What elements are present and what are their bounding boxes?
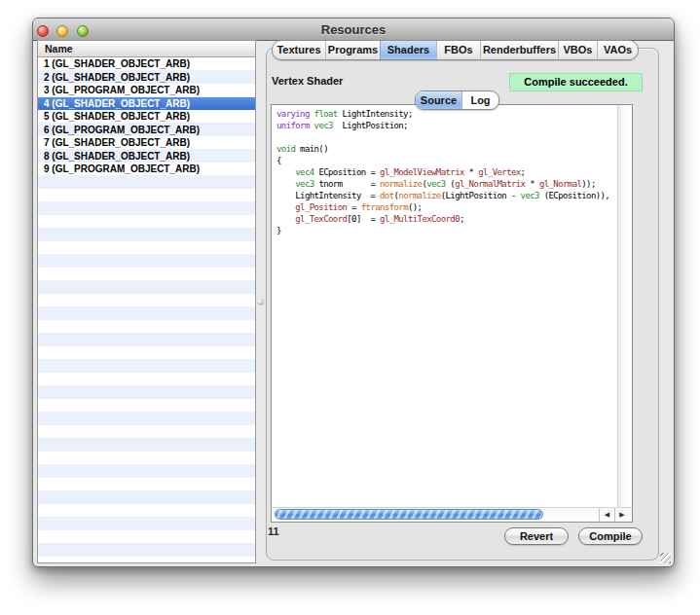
horizontal-scrollbar[interactable]: ◀ ▶: [272, 507, 632, 522]
subtab-source[interactable]: Source: [416, 91, 461, 109]
source-editor[interactable]: varying float LightIntensity;uniform vec…: [271, 104, 633, 523]
shader-type-label: Vertex Shader: [272, 75, 343, 87]
revert-button[interactable]: Revert: [504, 527, 569, 545]
list-item[interactable]: 6 (GL_PROGRAM_OBJECT_ARB): [38, 124, 255, 137]
scrollbar-arrow-buttons: ◀ ▶: [599, 508, 630, 522]
tab-vaos[interactable]: VAOs: [597, 41, 638, 59]
tab-textures[interactable]: Textures: [273, 41, 325, 59]
tab-fbos[interactable]: FBOs: [436, 41, 480, 59]
list-item[interactable]: 9 (GL_PROGRAM_OBJECT_ARB): [38, 163, 255, 176]
splitter-handle[interactable]: [257, 299, 264, 306]
desktop: Resources Name 1 (GL_SHADER_OBJECT_ARB) …: [0, 0, 700, 615]
scroll-left-button[interactable]: ◀: [600, 508, 614, 522]
title-bar[interactable]: Resources: [33, 18, 674, 41]
subtab-log[interactable]: Log: [461, 91, 498, 109]
tab-bar: Textures Programs Shaders FBOs Renderbuf…: [272, 40, 639, 60]
list-header-name[interactable]: Name: [38, 41, 255, 57]
list-item[interactable]: 2 (GL_SHADER_OBJECT_ARB): [38, 71, 255, 85]
resource-list-panel: Name 1 (GL_SHADER_OBJECT_ARB) 2 (GL_SHAD…: [37, 40, 256, 563]
list-item[interactable]: 5 (GL_SHADER_OBJECT_ARB): [38, 110, 255, 124]
source-log-segmented-control: Source Log: [415, 90, 499, 110]
scrollbar-thumb[interactable]: [275, 509, 543, 520]
code-content[interactable]: varying float LightIntensity;uniform vec…: [276, 108, 616, 505]
list-item[interactable]: 7 (GL_SHADER_OBJECT_ARB): [38, 136, 255, 150]
resource-list[interactable]: 1 (GL_SHADER_OBJECT_ARB) 2 (GL_SHADER_OB…: [38, 57, 255, 562]
list-item[interactable]: 1 (GL_SHADER_OBJECT_ARB): [38, 57, 255, 71]
tab-programs[interactable]: Programs: [325, 41, 380, 59]
tab-renderbuffers[interactable]: Renderbuffers: [480, 41, 558, 59]
window-title: Resources: [33, 22, 674, 37]
vertical-scrollbar[interactable]: [617, 105, 632, 508]
compile-status-badge: Compile succeeded.: [509, 73, 643, 91]
resize-grip-icon[interactable]: [660, 553, 671, 563]
compile-button[interactable]: Compile: [578, 527, 643, 545]
tab-shaders[interactable]: Shaders: [380, 41, 436, 59]
scroll-right-arrow-icon: ▶: [619, 511, 624, 518]
list-item-selected[interactable]: 4 (GL_SHADER_OBJECT_ARB): [38, 97, 255, 111]
scroll-left-arrow-icon: ◀: [605, 511, 609, 518]
line-count-label: 11: [268, 525, 279, 537]
tab-vbos[interactable]: VBOs: [558, 41, 597, 59]
resources-window: Resources Name 1 (GL_SHADER_OBJECT_ARB) …: [32, 18, 675, 567]
list-item[interactable]: 8 (GL_SHADER_OBJECT_ARB): [38, 150, 255, 163]
list-item[interactable]: 3 (GL_PROGRAM_OBJECT_ARB): [38, 84, 255, 97]
scroll-right-button[interactable]: ▶: [614, 508, 629, 522]
